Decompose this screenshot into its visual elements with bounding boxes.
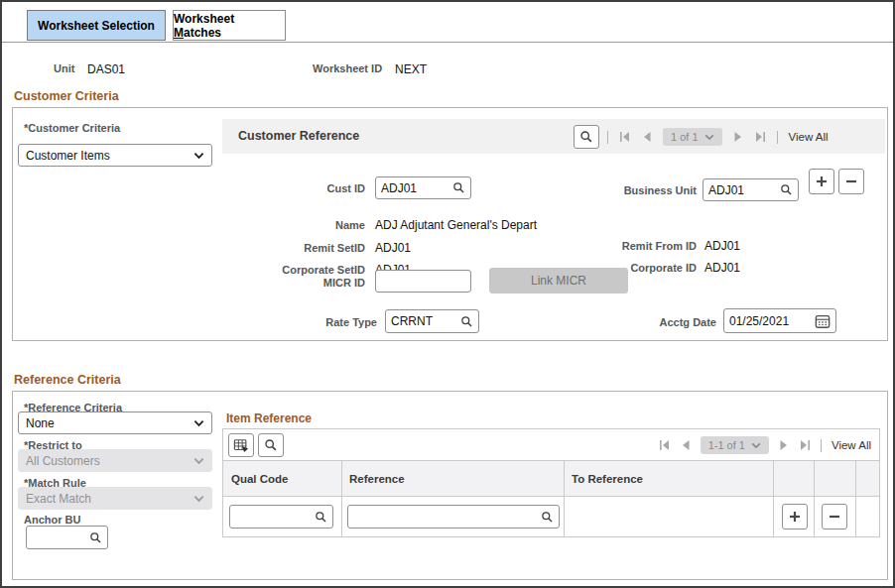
chevron-down-icon <box>193 419 204 427</box>
delete-row-button[interactable] <box>838 169 864 194</box>
grid-column-divider <box>814 460 815 537</box>
grid-column-divider <box>564 460 565 537</box>
customer-reference-title: Customer Reference <box>238 129 359 143</box>
chevron-down-icon <box>704 134 714 141</box>
row-position-value: 1 of 1 <box>671 131 699 143</box>
customer-criteria-select[interactable]: Customer Items <box>18 144 212 167</box>
grid-header-row <box>223 460 879 497</box>
reference-input[interactable] <box>353 510 541 524</box>
cust-id-label: Cust ID <box>280 182 365 194</box>
micr-id-field[interactable] <box>375 270 471 293</box>
chevron-down-icon <box>193 152 204 160</box>
column-header-to-reference: To Reference <box>572 473 643 485</box>
grid-column-divider <box>341 460 342 537</box>
corporate-id-value: ADJ01 <box>704 261 740 275</box>
last-page-icon[interactable] <box>754 131 766 143</box>
restrict-to-value: All Customers <box>26 454 100 468</box>
qual-code-field[interactable] <box>229 505 333 529</box>
search-icon[interactable] <box>89 531 102 544</box>
search-icon <box>264 438 278 452</box>
grid-add-row-button[interactable] <box>782 504 808 529</box>
grid-row-position-value: 1-1 of 1 <box>708 439 745 451</box>
next-page-icon[interactable] <box>779 439 789 451</box>
name-value: ADJ Adjutant General's Depart <box>375 218 537 232</box>
item-reference-grid: 1-1 of 1 View All Qual Code Reference To… <box>222 428 880 537</box>
tab-worksheet-matches-label: Worksheet Matches <box>174 12 285 40</box>
link-micr-button[interactable]: Link MICR <box>489 268 628 294</box>
tab-worksheet-selection[interactable]: Worksheet Selection <box>27 10 166 41</box>
customer-criteria-select-value: Customer Items <box>26 149 110 163</box>
match-rule-value: Exact Match <box>26 492 91 506</box>
rate-type-label: Rate Type <box>290 316 377 328</box>
worksheet-window: Worksheet Selection Worksheet Matches Un… <box>0 0 895 588</box>
first-page-icon[interactable] <box>659 439 671 451</box>
worksheet-id-label: Worksheet ID <box>313 62 382 74</box>
reference-criteria-heading: Reference Criteria <box>14 373 121 387</box>
corporate-setid-label: Corporate SetID <box>262 264 365 276</box>
column-header-qual-code: Qual Code <box>231 473 289 485</box>
acctg-date-input[interactable] <box>729 314 815 328</box>
match-rule-select: Exact Match <box>18 487 212 510</box>
search-icon[interactable] <box>315 511 327 524</box>
tab-worksheet-matches[interactable]: Worksheet Matches <box>173 10 286 41</box>
anchor-bu-field[interactable] <box>26 526 108 549</box>
remit-setid-label: Remit SetID <box>280 242 365 254</box>
grid-row-position-select[interactable]: 1-1 of 1 <box>701 436 769 454</box>
first-page-icon[interactable] <box>619 131 631 143</box>
micr-id-input[interactable] <box>381 275 465 289</box>
search-icon[interactable] <box>460 315 473 328</box>
grid-personalize-icon <box>233 438 249 453</box>
qual-code-input[interactable] <box>235 510 315 524</box>
business-unit-label: Business Unit <box>595 184 697 196</box>
minus-icon <box>844 175 858 188</box>
worksheet-id-value: NEXT <box>395 62 427 76</box>
customer-reference-search-button[interactable] <box>574 125 599 149</box>
micr-id-label: MICR ID <box>280 277 365 289</box>
customer-criteria-select-label: *Customer Criteria <box>24 122 120 134</box>
item-reference-title: Item Reference <box>226 412 312 425</box>
acctg-date-label: Acctg Date <box>617 316 716 328</box>
business-unit-field[interactable] <box>703 178 799 201</box>
reference-criteria-select[interactable]: None <box>18 412 212 434</box>
anchor-bu-label: Anchor BU <box>24 514 80 526</box>
view-all-link[interactable]: View All <box>789 131 829 143</box>
customer-criteria-heading: Customer Criteria <box>14 89 119 103</box>
unit-label: Unit <box>54 62 74 74</box>
anchor-bu-input[interactable] <box>32 530 89 544</box>
previous-page-icon[interactable] <box>642 131 652 143</box>
business-unit-input[interactable] <box>708 183 780 197</box>
customer-reference-nav: 1 of 1 View All <box>607 125 829 149</box>
grid-personalize-button[interactable] <box>228 433 254 457</box>
calendar-icon[interactable] <box>815 313 831 329</box>
search-icon[interactable] <box>452 181 465 194</box>
last-page-icon[interactable] <box>799 439 811 451</box>
add-row-button[interactable] <box>809 169 834 194</box>
nav-separator <box>607 131 608 144</box>
cust-id-field[interactable] <box>375 176 471 199</box>
chevron-down-icon <box>193 457 204 465</box>
grid-column-divider <box>855 460 856 537</box>
unit-value: DAS01 <box>87 62 125 76</box>
tab-divider <box>2 42 893 43</box>
grid-delete-row-button[interactable] <box>822 504 847 529</box>
grid-view-all-link[interactable]: View All <box>831 439 871 451</box>
restrict-to-select: All Customers <box>18 449 212 472</box>
search-icon[interactable] <box>780 183 793 196</box>
next-page-icon[interactable] <box>733 131 743 143</box>
column-header-reference: Reference <box>349 473 405 485</box>
tab-worksheet-selection-label: Worksheet Selection <box>38 19 155 33</box>
grid-search-button[interactable] <box>258 433 284 457</box>
reference-field[interactable] <box>347 505 560 529</box>
rate-type-field[interactable] <box>385 309 479 333</box>
remit-from-id-value: ADJ01 <box>704 239 740 253</box>
reference-criteria-select-value: None <box>26 416 55 430</box>
rate-type-input[interactable] <box>391 314 460 328</box>
search-icon <box>579 130 593 144</box>
item-reference-nav: 1-1 of 1 View All <box>659 433 871 457</box>
row-position-select[interactable]: 1 of 1 <box>663 128 722 146</box>
acctg-date-field[interactable] <box>723 308 836 333</box>
cust-id-input[interactable] <box>381 181 452 195</box>
nav-separator <box>821 439 822 452</box>
search-icon[interactable] <box>541 511 554 524</box>
previous-page-icon[interactable] <box>681 439 691 451</box>
